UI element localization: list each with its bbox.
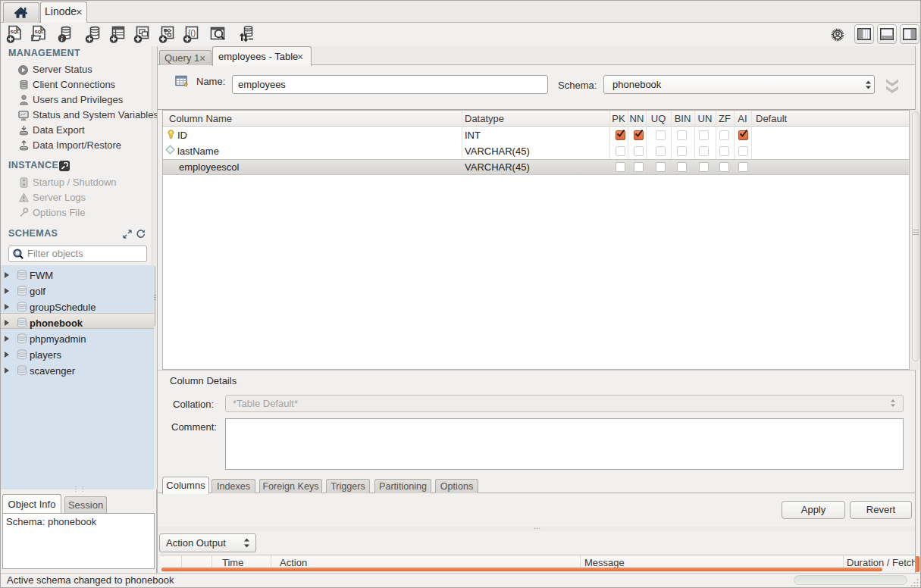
svg-text:SQL: SQL bbox=[10, 29, 20, 34]
svg-text:SQL: SQL bbox=[34, 29, 44, 34]
